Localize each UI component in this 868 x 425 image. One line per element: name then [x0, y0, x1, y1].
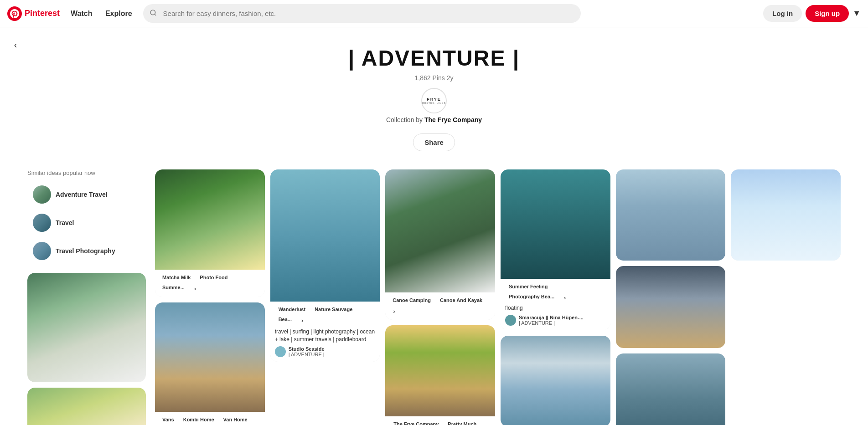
board-collection: Collection by The Frye Company [9, 116, 859, 123]
sidebar-item-adventure-travel[interactable]: Adventure Travel [27, 182, 146, 207]
sidebar-label-adventure: Adventure Travel [56, 191, 108, 198]
pin-tag: Photography Bea... [505, 292, 558, 302]
chevron-down-icon[interactable]: ▼ [852, 9, 861, 18]
back-button[interactable]: ‹ [7, 36, 24, 53]
pin-tag-more[interactable]: › [190, 283, 200, 293]
pins-label: Pins [433, 74, 445, 82]
pin-card-rock[interactable] [501, 336, 610, 425]
search-icon [150, 9, 157, 18]
sidebar-item-travel-photography[interactable]: Travel Photography [27, 238, 146, 264]
svg-line-1 [155, 14, 156, 15]
sidebar-pin-picnic[interactable] [27, 388, 146, 425]
pin-user-name: Smaracuja || Nina Hüpen-... [519, 315, 584, 320]
pin-card-food[interactable]: Matcha Milk Photo Food Summe... › [155, 169, 265, 297]
pin-description: travel | surfing | light photography | o… [275, 328, 376, 343]
brand-avatar[interactable]: FRYE BOSTON, LINCS [421, 88, 447, 113]
logo[interactable]: Pinterest [7, 6, 60, 21]
nav-explore[interactable]: Explore [100, 6, 138, 21]
signup-button[interactable]: Sign up [806, 5, 849, 22]
board-meta: 1,862 Pins 2y [9, 74, 859, 82]
login-button[interactable]: Log in [763, 5, 802, 22]
board-title: | ADVENTURE | [9, 46, 859, 71]
sidebar-avatar-travel [33, 214, 51, 232]
pin-tag: Canoe And Kayak [436, 296, 486, 304]
time-ago: 2y [447, 74, 454, 82]
sidebar-avatar-adventure [33, 185, 51, 204]
pin-user-board: | ADVENTURE | [519, 320, 584, 326]
similar-title: Similar ideas popular now [27, 169, 146, 176]
header-actions: Log in Sign up ▼ [763, 5, 861, 22]
sidebar-label-travel: Travel [56, 219, 74, 226]
pin-tag: The Frye Company [390, 420, 442, 425]
search-input[interactable] [143, 4, 581, 23]
share-button[interactable]: Share [413, 133, 455, 151]
pin-card-forest[interactable]: Canoe Camping Canoe And Kayak › [385, 169, 495, 320]
pin-card-mountains[interactable] [616, 353, 726, 425]
pin-tag: Pretty Much [444, 420, 480, 425]
pin-tag: Matcha Milk [159, 273, 194, 282]
pin-user: Studio Seaside | ADVENTURE | [275, 346, 376, 357]
sidebar-avatar-travel-photo [33, 242, 51, 260]
pin-tag: Van Home [220, 415, 251, 424]
sidebar: Similar ideas popular now Adventure Trav… [27, 169, 146, 425]
pin-user-board: | ADVENTURE | [289, 352, 325, 357]
pin-tag: Kombi Home [180, 415, 218, 424]
pin-user: Smaracuja || Nina Hüpen-... | ADVENTURE … [505, 315, 606, 326]
pins-count: 1,862 [415, 74, 431, 82]
pin-tag-more[interactable]: › [297, 315, 307, 325]
sidebar-item-travel[interactable]: Travel [27, 210, 146, 236]
pin-tag: Photo Food [196, 273, 231, 282]
header: Pinterest Watch Explore Log in Sign up ▼ [0, 0, 868, 27]
pin-tag-more[interactable]: › [560, 292, 570, 302]
pin-grid: Matcha Milk Photo Food Summe... › Vans K… [155, 169, 841, 425]
pin-user-name: Studio Seaside [289, 346, 325, 352]
pin-card-floating[interactable]: Summer Feeling Photography Bea... › floa… [501, 169, 610, 330]
pin-card-glacier[interactable] [616, 169, 726, 261]
pin-card-tent[interactable] [616, 266, 726, 348]
pinterest-logo-icon [7, 6, 22, 21]
pin-description: floating [505, 304, 606, 312]
nav-watch[interactable]: Watch [65, 6, 98, 21]
main-content: Similar ideas popular now Adventure Trav… [0, 160, 868, 425]
sidebar-pin-mountains[interactable] [27, 273, 146, 382]
pin-tag-more[interactable]: › [389, 306, 399, 316]
sidebar-label-travel-photo: Travel Photography [56, 247, 115, 255]
pin-tag: Nature Sauvage [311, 305, 356, 313]
svg-point-0 [150, 10, 155, 15]
board-header: | ADVENTURE | 1,862 Pins 2y FRYE BOSTON,… [0, 27, 868, 160]
pin-card-clouds[interactable] [731, 169, 841, 261]
search-bar [143, 4, 581, 23]
pin-card-van[interactable]: Vans Kombi Home Van Home › [155, 302, 265, 425]
pin-tag: Summe... [159, 283, 188, 293]
pin-tag: Vans [159, 415, 178, 424]
pin-card-ocean[interactable]: Wanderlust Nature Sauvage Bea... › trave… [270, 169, 380, 362]
pin-tag: Wanderlust [275, 305, 310, 313]
main-nav: Watch Explore [65, 10, 138, 18]
pin-tag: Bea... [275, 315, 295, 325]
pin-card-cactus[interactable]: The Frye Company Pretty Much › Gorgeous … [385, 325, 495, 425]
collection-link[interactable]: The Frye Company [424, 116, 482, 123]
pin-tag: Canoe Camping [389, 296, 434, 304]
logo-text: Pinterest [25, 9, 60, 18]
pin-tag: Summer Feeling [505, 282, 552, 291]
